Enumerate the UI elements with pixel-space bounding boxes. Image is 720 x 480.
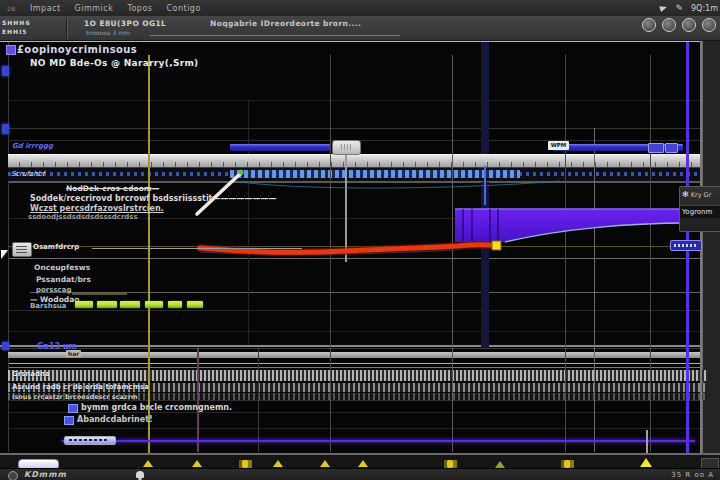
grid-vline — [646, 430, 648, 455]
grid-vline — [565, 55, 566, 452]
pen-icon[interactable]: ✎ — [675, 3, 683, 13]
clip-info-line: ssdoodjssdsdsdsdsssdcrdss — [28, 213, 138, 221]
overview-band[interactable] — [8, 352, 702, 358]
locator-badge[interactable] — [665, 143, 678, 153]
grid-vline — [700, 40, 702, 468]
menu-bar: 2B Impact Gimmick Topos Contigo ✎ 9Q:1m — [0, 0, 720, 17]
grid-vline — [484, 166, 486, 205]
mini-panel-value[interactable]: Yogronm — [680, 205, 720, 218]
bell-icon[interactable] — [136, 471, 144, 478]
grid-vline — [197, 348, 199, 452]
midi-note-block[interactable] — [120, 301, 140, 308]
inspector-mini-panel[interactable]: ✻ Kry Gr Yogronm — [679, 186, 720, 232]
grid-vline — [650, 55, 651, 452]
grid-vline — [594, 128, 595, 452]
transport-label[interactable]: 1O E8U(3PO OG1L — [84, 19, 166, 28]
track-color-chip — [2, 66, 9, 76]
lane-label[interactable]: Pssandat/brs — [36, 275, 91, 284]
timeline-marker[interactable] — [561, 460, 574, 468]
grid-vline — [345, 154, 347, 262]
track-title[interactable]: NO MD Bde-Os @ Nararry(,Srm) — [30, 58, 199, 68]
grid-hline — [8, 331, 700, 332]
grid-vline — [330, 55, 331, 452]
track-color-chip — [2, 124, 9, 134]
snap-point-icon — [237, 171, 242, 176]
timeline-marker[interactable] — [273, 460, 283, 467]
region-badge[interactable] — [670, 240, 702, 251]
daw-window: 2B Impact Gimmick Topos Contigo ✎ 9Q:1m … — [0, 0, 720, 480]
overview-row-label: Isous crcastzr brcoesdescr scazrm — [12, 393, 138, 401]
section-tag: har — [66, 350, 81, 357]
grid-hline — [0, 348, 720, 349]
timeline-marker[interactable] — [358, 460, 368, 467]
timeline-marker[interactable] — [192, 460, 202, 467]
timeline-ruler[interactable] — [8, 154, 702, 168]
grid-hline — [8, 412, 718, 413]
toolbar: SHHH6 EHHI5 1O E8U(3PO OG1L Noqgabrie ID… — [0, 16, 720, 41]
menu-item-1[interactable]: Impact — [23, 4, 68, 13]
track-list-icon[interactable]: SHHH6 EHHI5 — [2, 18, 60, 38]
overview-row-label: Asrund radb cr'de erda tofamcmsa — [12, 383, 149, 391]
midi-note-block[interactable] — [75, 301, 93, 308]
grid-vline — [452, 55, 453, 452]
menu-item-3[interactable]: Topos — [120, 4, 159, 13]
grid-vline — [258, 348, 259, 452]
menu-item-2[interactable]: Gimmick — [68, 4, 121, 13]
audio-event-strip[interactable]: Scrufahbf — [8, 168, 702, 182]
overview-row[interactable] — [8, 370, 708, 381]
mini-panel-title: Kry Gr — [691, 191, 712, 199]
grid-hline — [8, 100, 700, 101]
tempo-tag[interactable]: WPM — [548, 141, 569, 150]
track-name-label[interactable]: Abandcdabrinet! — [77, 415, 153, 424]
locator-badge[interactable] — [648, 143, 664, 153]
toolbar-underline — [150, 35, 400, 36]
cursor-icon[interactable] — [660, 4, 669, 12]
lane-label[interactable]: porsscag — [36, 286, 72, 294]
midi-note-row — [0, 301, 300, 309]
zoom-slider-handle[interactable] — [332, 140, 361, 155]
timeline-marker[interactable] — [320, 460, 330, 467]
midi-note-block[interactable] — [97, 301, 117, 308]
timeline-marker[interactable] — [640, 458, 652, 467]
locator-label: Gd irrrggg — [12, 142, 53, 150]
grid-hline — [30, 292, 700, 293]
cycle-button[interactable] — [662, 18, 676, 32]
automation-handle[interactable] — [12, 242, 32, 257]
play-button[interactable] — [702, 18, 716, 32]
clip-info-line: Wczst percsdrfazovslrstrcien. — [30, 204, 164, 213]
metronome-button[interactable] — [642, 18, 656, 32]
window-glyph-icon: 2B — [0, 5, 23, 12]
clip-info-line: NodDek-cros-edoom— — [66, 184, 159, 193]
track-type-icon — [68, 404, 78, 413]
grid-hline — [8, 428, 718, 429]
status-right-text: 35 R oo A — [671, 471, 714, 479]
automation-param-label[interactable]: Osamfdrcrp — [33, 243, 79, 251]
grid-hline — [8, 367, 718, 368]
waveform-selection — [230, 170, 520, 178]
track-name-label[interactable]: bymm grdca brcle crcomngnemn. — [81, 403, 232, 412]
lane-label[interactable]: Onceupfesws — [34, 263, 90, 272]
tempo-track-tag[interactable] — [64, 436, 116, 445]
midi-note-block[interactable] — [168, 301, 182, 308]
timeline-marker[interactable] — [239, 460, 252, 468]
menu-item-4[interactable]: Contigo — [159, 4, 207, 13]
toolbar-block-top: SHHH6 — [2, 18, 60, 27]
project-icon — [6, 45, 16, 55]
status-bar: KDmmm 35 R oo A — [0, 468, 720, 480]
timeline-marker[interactable] — [495, 461, 505, 468]
record-button[interactable] — [682, 18, 696, 32]
grid-vline — [148, 55, 150, 462]
range-bar-left[interactable] — [230, 144, 330, 151]
status-left-text: KDmmm — [24, 470, 67, 479]
toolbar-divider — [66, 18, 68, 38]
midi-note-block[interactable] — [145, 301, 163, 308]
grid-hline — [8, 246, 700, 247]
status-icon — [8, 471, 18, 480]
midi-note-block[interactable] — [187, 301, 203, 308]
timeline-marker[interactable] — [143, 460, 153, 467]
session-label: Noqgabrie IDreordeorte brorn.... — [210, 19, 361, 28]
grid-vline — [686, 42, 689, 468]
grid-hline — [8, 363, 718, 364]
clip-info-line: Soddek/rcecrirovd brcrowf bsdssriissstit… — [30, 194, 276, 203]
timeline-marker[interactable] — [444, 460, 457, 468]
